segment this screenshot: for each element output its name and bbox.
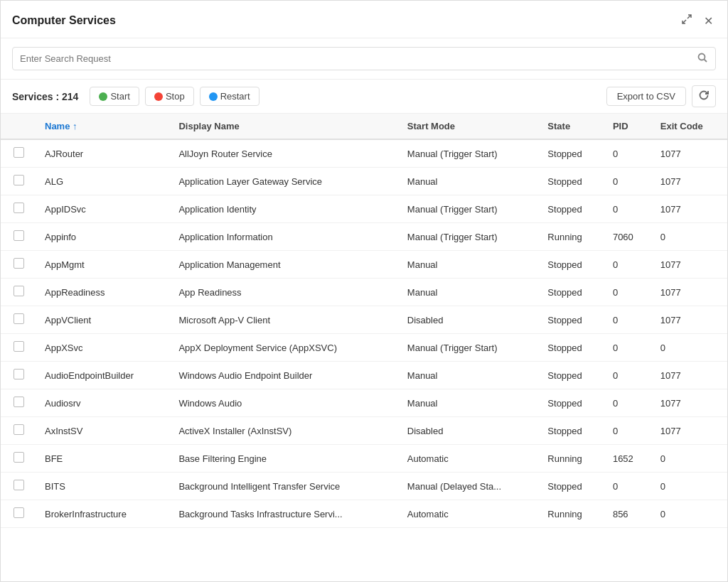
cell-exit_code: 1077 (652, 251, 727, 279)
col-header-pid[interactable]: PID (604, 114, 652, 139)
cell-pid: 0 (604, 279, 652, 306)
cell-name: BrokerInfrastructure (36, 500, 170, 528)
cell-state: Stopped (539, 306, 604, 334)
cell-exit_code: 0 (652, 334, 727, 362)
cell-display_name: Background Intelligent Transfer Service (170, 473, 398, 500)
cell-exit_code: 1077 (652, 417, 727, 445)
table-row: AppIDSvcApplication IdentityManual (Trig… (1, 195, 727, 223)
restart-icon (209, 92, 218, 101)
row-checkbox[interactable] (14, 507, 24, 518)
row-checkbox-cell (1, 362, 36, 389)
search-container (12, 47, 716, 70)
cell-start_mode: Manual (399, 362, 540, 389)
title-bar: Computer Services ✕ (1, 1, 727, 38)
table-row: AudioEndpointBuilderWindows Audio Endpoi… (1, 362, 727, 389)
maximize-button[interactable] (678, 12, 695, 29)
cell-display_name: ActiveX Installer (AxInstSV) (170, 417, 398, 445)
cell-state: Stopped (539, 389, 604, 417)
row-checkbox[interactable] (14, 452, 24, 463)
cell-state: Stopped (539, 279, 604, 306)
restart-button[interactable]: Restart (200, 87, 259, 106)
cell-start_mode: Disabled (399, 417, 540, 445)
cell-start_mode: Manual (Delayed Sta... (399, 473, 540, 500)
stop-icon (154, 92, 163, 101)
col-header-state[interactable]: State (539, 114, 604, 139)
row-checkbox[interactable] (14, 147, 24, 158)
start-icon (99, 92, 107, 101)
cell-state: Stopped (539, 362, 604, 389)
services-table-container[interactable]: Name ↑ Display Name Start Mode State PID… (1, 114, 727, 581)
cell-display_name: App Readiness (170, 279, 398, 306)
services-count: Services : 214 (12, 91, 78, 102)
row-checkbox-cell (1, 334, 36, 362)
cell-display_name: Windows Audio (170, 389, 398, 417)
row-checkbox[interactable] (14, 480, 24, 490)
cell-display_name: AppX Deployment Service (AppXSVC) (170, 334, 398, 362)
start-label: Start (110, 91, 129, 102)
table-row: AppVClientMicrosoft App-V ClientDisabled… (1, 306, 727, 334)
cell-pid: 0 (604, 306, 652, 334)
cell-exit_code: 0 (652, 223, 727, 251)
row-checkbox[interactable] (14, 424, 24, 435)
cell-exit_code: 0 (652, 500, 727, 528)
cell-pid: 0 (604, 251, 652, 279)
cell-name: AppIDSvc (36, 195, 170, 223)
row-checkbox-cell (1, 195, 36, 223)
services-table: Name ↑ Display Name Start Mode State PID… (1, 114, 727, 528)
cell-exit_code: 1077 (652, 306, 727, 334)
stop-button[interactable]: Stop (145, 87, 194, 106)
col-header-display-name[interactable]: Display Name (170, 114, 398, 139)
cell-start_mode: Manual (Trigger Start) (399, 223, 540, 251)
cell-display_name: Application Management (170, 251, 398, 279)
cell-display_name: Application Identity (170, 195, 398, 223)
row-checkbox[interactable] (14, 230, 24, 241)
col-header-checkbox (1, 114, 36, 139)
row-checkbox[interactable] (14, 286, 24, 296)
table-row: BFEBase Filtering EngineAutomaticRunning… (1, 445, 727, 473)
close-button[interactable]: ✕ (701, 12, 716, 29)
row-checkbox[interactable] (14, 397, 24, 407)
cell-state: Stopped (539, 168, 604, 195)
cell-start_mode: Manual (399, 279, 540, 306)
table-body: AJRouterAllJoyn Router ServiceManual (Tr… (1, 139, 727, 528)
computer-services-window: Computer Services ✕ Services : 214 (0, 0, 728, 582)
cell-start_mode: Manual (399, 251, 540, 279)
row-checkbox-cell (1, 445, 36, 473)
row-checkbox-cell (1, 251, 36, 279)
row-checkbox-cell (1, 389, 36, 417)
cell-name: AppMgmt (36, 251, 170, 279)
col-header-exit-code[interactable]: Exit Code (652, 114, 727, 139)
cell-exit_code: 1077 (652, 139, 727, 168)
cell-display_name: Application Information (170, 223, 398, 251)
row-checkbox[interactable] (14, 175, 24, 185)
row-checkbox[interactable] (14, 313, 24, 324)
row-checkbox[interactable] (14, 203, 24, 213)
table-row: BITSBackground Intelligent Transfer Serv… (1, 473, 727, 500)
refresh-button[interactable] (692, 85, 716, 107)
cell-state: Stopped (539, 195, 604, 223)
cell-display_name: Windows Audio Endpoint Builder (170, 362, 398, 389)
start-button[interactable]: Start (90, 87, 139, 106)
cell-name: ALG (36, 168, 170, 195)
row-checkbox[interactable] (14, 369, 24, 379)
row-checkbox[interactable] (14, 341, 24, 352)
cell-display_name: Background Tasks Infrastructure Servi... (170, 500, 398, 528)
table-row: AJRouterAllJoyn Router ServiceManual (Tr… (1, 139, 727, 168)
cell-exit_code: 0 (652, 445, 727, 473)
cell-pid: 0 (604, 139, 652, 168)
export-csv-button[interactable]: Export to CSV (606, 87, 686, 106)
cell-state: Stopped (539, 473, 604, 500)
cell-start_mode: Manual (399, 389, 540, 417)
cell-exit_code: 1077 (652, 279, 727, 306)
cell-state: Stopped (539, 334, 604, 362)
row-checkbox-cell (1, 139, 36, 168)
stop-label: Stop (166, 91, 185, 102)
col-header-start-mode[interactable]: Start Mode (399, 114, 540, 139)
search-input[interactable] (20, 53, 697, 64)
cell-pid: 856 (604, 500, 652, 528)
cell-state: Running (539, 223, 604, 251)
row-checkbox[interactable] (14, 258, 24, 269)
cell-exit_code: 0 (652, 473, 727, 500)
col-header-name[interactable]: Name ↑ (36, 114, 170, 139)
window-title: Computer Services (12, 14, 116, 27)
